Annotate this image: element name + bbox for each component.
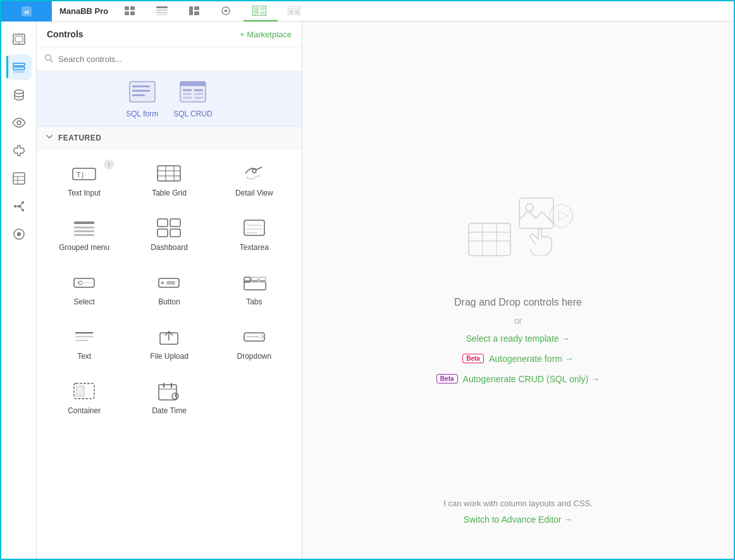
- svg-rect-16: [260, 7, 265, 10]
- svg-rect-10: [189, 6, 193, 15]
- plugin-icon[interactable]: [6, 138, 32, 163]
- tab-5-active[interactable]: [244, 1, 278, 22]
- control-textarea[interactable]: Textarea: [212, 209, 297, 258]
- active-indicator: [6, 56, 8, 78]
- marketplace-link[interactable]: + Marketplace: [240, 30, 292, 39]
- visibility-icon[interactable]: [6, 221, 32, 247]
- svg-rect-11: [194, 6, 199, 10]
- textarea-icon: [240, 216, 268, 239]
- featured-toggle[interactable]: [46, 133, 53, 142]
- control-select[interactable]: Select: [42, 263, 127, 313]
- advance-editor-link[interactable]: Switch to Advance Editor →: [464, 514, 573, 525]
- control-grouped-menu[interactable]: Grouped menu: [42, 209, 127, 258]
- canvas-area: Drag and Drop controls here or Select a …: [302, 22, 734, 559]
- sql-form-label: SQL form: [126, 109, 158, 118]
- sidebar-icons: [1, 22, 37, 559]
- sql-crud-label: SQL CRUD: [173, 109, 213, 118]
- svg-rect-7: [156, 9, 168, 11]
- control-file-upload[interactable]: File Upload: [127, 318, 211, 367]
- eye-icon-sidebar[interactable]: [6, 110, 32, 135]
- svg-rect-69: [74, 234, 94, 236]
- control-label-container: Container: [68, 406, 101, 415]
- svg-rect-56: [183, 97, 192, 99]
- layers-icon[interactable]: [6, 54, 32, 80]
- grid-row-1: i T| Text Input Table Grid: [37, 152, 302, 206]
- control-detail-view[interactable]: Detail View: [212, 154, 297, 204]
- svg-rect-55: [194, 93, 203, 95]
- sql-form-item[interactable]: SQL form: [126, 79, 158, 118]
- svg-rect-97: [159, 385, 176, 400]
- control-text[interactable]: Text: [42, 318, 127, 367]
- autogenerate-form-row: Beta Autogenerate form →: [462, 354, 574, 364]
- svg-rect-12: [194, 11, 199, 15]
- featured-header: FEATURED: [37, 127, 302, 149]
- table-icon-side[interactable]: [6, 166, 32, 191]
- svg-rect-27: [13, 71, 25, 73]
- grouped-menu-icon: [70, 216, 98, 239]
- svg-point-36: [22, 209, 24, 211]
- svg-rect-52: [183, 89, 192, 91]
- svg-text:T|: T|: [77, 171, 85, 179]
- sql-crud-item[interactable]: SQL CRUD: [173, 79, 213, 118]
- control-button[interactable]: Button: [127, 263, 211, 313]
- autogenerate-crud-link[interactable]: Autogenerate CRUD (SQL only) →: [463, 374, 600, 384]
- svg-rect-53: [194, 89, 203, 91]
- svg-rect-48: [132, 94, 145, 96]
- main-area: Controls + Marketplace SQL form: [1, 22, 734, 559]
- svg-rect-17: [260, 11, 265, 15]
- sidebar-wrap-tablet: [6, 27, 32, 52]
- svg-rect-68: [74, 230, 94, 232]
- sql-crud-icon: [178, 79, 208, 104]
- svg-rect-67: [74, 227, 94, 228]
- svg-line-44: [51, 60, 53, 63]
- tab-4[interactable]: [212, 1, 242, 22]
- control-dashboard[interactable]: Dashboard: [127, 209, 211, 258]
- tab-6[interactable]: [279, 1, 312, 22]
- svg-rect-54: [183, 93, 192, 95]
- date-time-icon: [155, 380, 183, 402]
- grid-row-2: Grouped menu Dashboard Textarea: [37, 206, 302, 261]
- svg-rect-23: [15, 36, 23, 42]
- autogenerate-form-link[interactable]: Autogenerate form →: [489, 354, 574, 364]
- detail-view-icon: [240, 162, 268, 185]
- drop-zone-illustration: [455, 197, 581, 279]
- svg-rect-2: [125, 6, 129, 10]
- control-label-file-upload: File Upload: [150, 352, 188, 361]
- svg-point-34: [14, 205, 16, 208]
- sidebar-wrap-table: [6, 166, 32, 191]
- svg-rect-21: [295, 10, 299, 14]
- svg-point-35: [22, 201, 24, 204]
- featured-title: FEATURED: [58, 134, 101, 142]
- svg-rect-15: [254, 7, 259, 15]
- control-dropdown[interactable]: Dropdown: [212, 318, 297, 367]
- control-tabs[interactable]: Tabs: [212, 263, 297, 313]
- svg-rect-30: [13, 173, 25, 184]
- search-input[interactable]: [58, 54, 294, 64]
- app-title: ManaBB Pro: [52, 6, 116, 16]
- tab-panel[interactable]: [180, 1, 211, 22]
- control-label-grouped-menu: Grouped menu: [59, 243, 109, 252]
- svg-text:M: M: [25, 9, 29, 15]
- control-date-time[interactable]: Date Time: [127, 372, 211, 421]
- nodes-icon[interactable]: [6, 194, 32, 219]
- svg-rect-47: [132, 90, 150, 92]
- grid-row-3: Select Button Tabs: [37, 261, 302, 315]
- tablet-icon[interactable]: [6, 27, 32, 52]
- database-icon[interactable]: [6, 82, 32, 108]
- tab-grid[interactable]: [116, 1, 146, 22]
- control-table-grid[interactable]: Table Grid: [127, 154, 211, 204]
- svg-rect-5: [130, 11, 135, 15]
- svg-rect-87: [252, 277, 258, 282]
- control-container[interactable]: Container: [42, 372, 127, 421]
- select-template-link[interactable]: Select a ready template →: [466, 333, 571, 344]
- svg-point-37: [18, 205, 20, 208]
- tab-table[interactable]: [147, 1, 179, 22]
- control-text-input[interactable]: i T| Text Input: [42, 154, 127, 204]
- beta-badge-crud: Beta: [436, 374, 458, 383]
- control-label-dropdown: Dropdown: [237, 352, 271, 361]
- sidebar-wrap-plugin: [6, 138, 32, 163]
- bottom-hint: I can work with column layouts and CSS.: [443, 499, 593, 508]
- grid-row-5: Container Date Time: [37, 370, 302, 424]
- select-icon: [70, 271, 98, 294]
- button-icon: [155, 271, 183, 294]
